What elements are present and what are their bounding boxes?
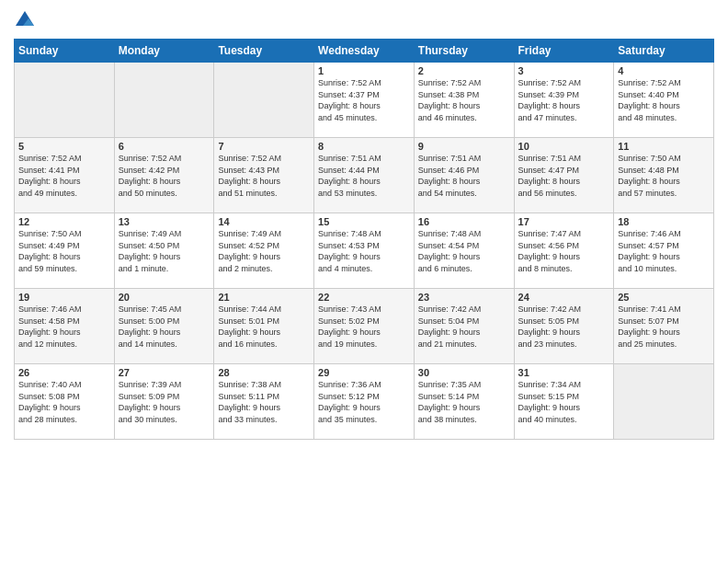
calendar-cell: 27Sunrise: 7:39 AM Sunset: 5:09 PM Dayli… xyxy=(114,364,214,440)
header-monday: Monday xyxy=(114,40,214,63)
day-number: 29 xyxy=(318,367,410,378)
calendar-cell: 9Sunrise: 7:51 AM Sunset: 4:46 PM Daylig… xyxy=(414,138,514,213)
cell-content: Sunrise: 7:52 AM Sunset: 4:40 PM Dayligh… xyxy=(618,77,710,123)
cell-content: Sunrise: 7:51 AM Sunset: 4:46 PM Dayligh… xyxy=(418,153,510,199)
cell-content: Sunrise: 7:46 AM Sunset: 4:57 PM Dayligh… xyxy=(618,228,710,274)
cell-content: Sunrise: 7:38 AM Sunset: 5:11 PM Dayligh… xyxy=(218,379,310,425)
cell-content: Sunrise: 7:52 AM Sunset: 4:42 PM Dayligh… xyxy=(119,153,210,199)
day-number: 6 xyxy=(119,141,210,152)
day-number: 24 xyxy=(518,292,610,303)
day-number: 23 xyxy=(418,292,510,303)
day-number: 28 xyxy=(218,367,310,378)
calendar-cell: 25Sunrise: 7:41 AM Sunset: 5:07 PM Dayli… xyxy=(614,289,714,364)
calendar-cell: 31Sunrise: 7:34 AM Sunset: 5:15 PM Dayli… xyxy=(514,364,614,440)
week-row-5: 26Sunrise: 7:40 AM Sunset: 5:08 PM Dayli… xyxy=(15,364,714,440)
calendar-cell: 5Sunrise: 7:52 AM Sunset: 4:41 PM Daylig… xyxy=(15,138,115,213)
cell-content: Sunrise: 7:50 AM Sunset: 4:48 PM Dayligh… xyxy=(618,153,710,199)
calendar-cell: 6Sunrise: 7:52 AM Sunset: 4:42 PM Daylig… xyxy=(114,138,214,213)
cell-content: Sunrise: 7:51 AM Sunset: 4:44 PM Dayligh… xyxy=(318,153,410,199)
cell-content: Sunrise: 7:39 AM Sunset: 5:09 PM Dayligh… xyxy=(119,379,210,425)
day-number: 30 xyxy=(418,367,510,378)
day-number: 27 xyxy=(119,367,210,378)
cell-content: Sunrise: 7:46 AM Sunset: 4:58 PM Dayligh… xyxy=(18,304,110,350)
day-number: 16 xyxy=(418,216,510,227)
cell-content: Sunrise: 7:36 AM Sunset: 5:12 PM Dayligh… xyxy=(318,379,410,425)
cell-content: Sunrise: 7:40 AM Sunset: 5:08 PM Dayligh… xyxy=(18,379,110,425)
header-row: SundayMondayTuesdayWednesdayThursdayFrid… xyxy=(15,40,714,63)
header-thursday: Thursday xyxy=(414,40,514,63)
week-row-2: 5Sunrise: 7:52 AM Sunset: 4:41 PM Daylig… xyxy=(15,138,714,213)
cell-content: Sunrise: 7:44 AM Sunset: 5:01 PM Dayligh… xyxy=(218,304,310,350)
cell-content: Sunrise: 7:52 AM Sunset: 4:43 PM Dayligh… xyxy=(218,153,310,199)
day-number: 17 xyxy=(518,216,610,227)
calendar-cell xyxy=(114,63,214,138)
calendar-cell: 7Sunrise: 7:52 AM Sunset: 4:43 PM Daylig… xyxy=(214,138,314,213)
page-container: SundayMondayTuesdayWednesdayThursdayFrid… xyxy=(0,0,728,449)
calendar-cell: 26Sunrise: 7:40 AM Sunset: 5:08 PM Dayli… xyxy=(15,364,115,440)
calendar-cell: 24Sunrise: 7:42 AM Sunset: 5:05 PM Dayli… xyxy=(514,289,614,364)
header-saturday: Saturday xyxy=(614,40,714,63)
cell-content: Sunrise: 7:41 AM Sunset: 5:07 PM Dayligh… xyxy=(618,304,710,350)
cell-content: Sunrise: 7:48 AM Sunset: 4:53 PM Dayligh… xyxy=(318,228,410,274)
day-number: 18 xyxy=(618,216,710,227)
day-number: 25 xyxy=(618,292,710,303)
day-number: 22 xyxy=(318,292,410,303)
day-number: 5 xyxy=(18,141,110,152)
calendar-cell: 21Sunrise: 7:44 AM Sunset: 5:01 PM Dayli… xyxy=(214,289,314,364)
cell-content: Sunrise: 7:34 AM Sunset: 5:15 PM Dayligh… xyxy=(518,379,610,425)
calendar-cell: 18Sunrise: 7:46 AM Sunset: 4:57 PM Dayli… xyxy=(614,213,714,289)
calendar-cell: 4Sunrise: 7:52 AM Sunset: 4:40 PM Daylig… xyxy=(614,63,714,138)
calendar-cell: 8Sunrise: 7:51 AM Sunset: 4:44 PM Daylig… xyxy=(314,138,415,213)
cell-content: Sunrise: 7:42 AM Sunset: 5:05 PM Dayligh… xyxy=(518,304,610,350)
week-row-4: 19Sunrise: 7:46 AM Sunset: 4:58 PM Dayli… xyxy=(15,289,714,364)
calendar-cell xyxy=(15,63,115,138)
calendar-cell: 23Sunrise: 7:42 AM Sunset: 5:04 PM Dayli… xyxy=(414,289,514,364)
day-number: 2 xyxy=(418,65,510,76)
cell-content: Sunrise: 7:52 AM Sunset: 4:39 PM Dayligh… xyxy=(518,77,610,123)
logo-icon xyxy=(14,9,36,31)
day-number: 3 xyxy=(518,65,610,76)
cell-content: Sunrise: 7:52 AM Sunset: 4:41 PM Dayligh… xyxy=(18,153,110,199)
header-wednesday: Wednesday xyxy=(314,40,415,63)
cell-content: Sunrise: 7:43 AM Sunset: 5:02 PM Dayligh… xyxy=(318,304,410,350)
calendar-cell: 13Sunrise: 7:49 AM Sunset: 4:50 PM Dayli… xyxy=(114,213,214,289)
day-number: 14 xyxy=(218,216,310,227)
day-number: 20 xyxy=(119,292,210,303)
cell-content: Sunrise: 7:49 AM Sunset: 4:52 PM Dayligh… xyxy=(218,228,310,274)
cell-content: Sunrise: 7:35 AM Sunset: 5:14 PM Dayligh… xyxy=(418,379,510,425)
calendar-cell: 12Sunrise: 7:50 AM Sunset: 4:49 PM Dayli… xyxy=(15,213,115,289)
header xyxy=(14,9,714,31)
day-number: 26 xyxy=(18,367,110,378)
cell-content: Sunrise: 7:52 AM Sunset: 4:37 PM Dayligh… xyxy=(318,77,410,123)
calendar-cell: 17Sunrise: 7:47 AM Sunset: 4:56 PM Dayli… xyxy=(514,213,614,289)
calendar-cell: 29Sunrise: 7:36 AM Sunset: 5:12 PM Dayli… xyxy=(314,364,415,440)
cell-content: Sunrise: 7:52 AM Sunset: 4:38 PM Dayligh… xyxy=(418,77,510,123)
cell-content: Sunrise: 7:42 AM Sunset: 5:04 PM Dayligh… xyxy=(418,304,510,350)
calendar-cell: 11Sunrise: 7:50 AM Sunset: 4:48 PM Dayli… xyxy=(614,138,714,213)
calendar-cell: 15Sunrise: 7:48 AM Sunset: 4:53 PM Dayli… xyxy=(314,213,415,289)
day-number: 7 xyxy=(218,141,310,152)
calendar-cell: 14Sunrise: 7:49 AM Sunset: 4:52 PM Dayli… xyxy=(214,213,314,289)
header-sunday: Sunday xyxy=(15,40,115,63)
week-row-1: 1Sunrise: 7:52 AM Sunset: 4:37 PM Daylig… xyxy=(15,63,714,138)
calendar-cell: 20Sunrise: 7:45 AM Sunset: 5:00 PM Dayli… xyxy=(114,289,214,364)
calendar-cell: 2Sunrise: 7:52 AM Sunset: 4:38 PM Daylig… xyxy=(414,63,514,138)
calendar-cell xyxy=(214,63,314,138)
day-number: 4 xyxy=(618,65,710,76)
day-number: 21 xyxy=(218,292,310,303)
day-number: 13 xyxy=(119,216,210,227)
day-number: 15 xyxy=(318,216,410,227)
calendar-cell: 30Sunrise: 7:35 AM Sunset: 5:14 PM Dayli… xyxy=(414,364,514,440)
cell-content: Sunrise: 7:51 AM Sunset: 4:47 PM Dayligh… xyxy=(518,153,610,199)
header-friday: Friday xyxy=(514,40,614,63)
calendar-table: SundayMondayTuesdayWednesdayThursdayFrid… xyxy=(14,39,714,440)
cell-content: Sunrise: 7:49 AM Sunset: 4:50 PM Dayligh… xyxy=(119,228,210,274)
cell-content: Sunrise: 7:45 AM Sunset: 5:00 PM Dayligh… xyxy=(119,304,210,350)
header-tuesday: Tuesday xyxy=(214,40,314,63)
day-number: 9 xyxy=(418,141,510,152)
day-number: 10 xyxy=(518,141,610,152)
day-number: 12 xyxy=(18,216,110,227)
calendar-cell: 1Sunrise: 7:52 AM Sunset: 4:37 PM Daylig… xyxy=(314,63,415,138)
calendar-cell xyxy=(614,364,714,440)
day-number: 8 xyxy=(318,141,410,152)
